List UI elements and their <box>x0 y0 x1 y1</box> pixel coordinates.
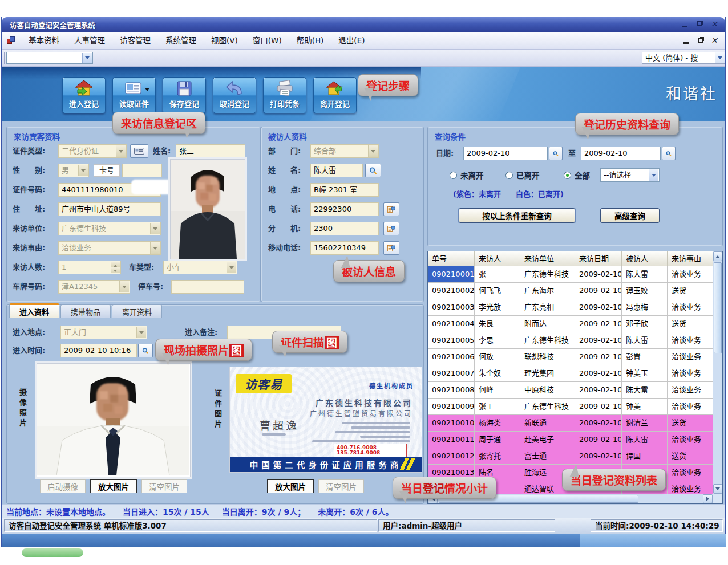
radio-left[interactable]: 已离开 <box>505 169 540 181</box>
clear-camera-photo-button[interactable]: 清空图片 <box>141 479 187 493</box>
zoom-camera-photo-button[interactable]: 放大图片 <box>90 479 137 493</box>
chevron-down-icon[interactable] <box>136 327 146 338</box>
card-reader-button[interactable] <box>130 144 148 158</box>
radio-all[interactable]: 全部 <box>564 169 590 181</box>
scroll-down-button[interactable] <box>713 484 722 494</box>
table-row-not-left[interactable]: 090210010杨海类新联通2009-02-10谢清兰送货 <box>428 415 713 432</box>
menu-visitor[interactable]: 访客管理 <box>112 32 158 49</box>
menu-basic-data[interactable]: 基本资料 <box>21 32 67 49</box>
visit-company-combo[interactable]: 广东德生科技 <box>58 222 161 235</box>
chevron-down-icon[interactable] <box>649 169 658 181</box>
close-button[interactable]: ✕ <box>710 20 719 29</box>
menu-system[interactable]: 系统管理 <box>158 32 204 49</box>
date-to-field[interactable]: 2009-02-10 <box>581 147 661 160</box>
col-header-id[interactable]: 单号 <box>428 251 475 266</box>
chevron-down-icon[interactable] <box>116 145 126 157</box>
ext-field[interactable]: 2300 <box>310 222 379 235</box>
chevron-down-icon[interactable] <box>78 165 88 176</box>
mdi-close-button[interactable]: ✕ <box>710 36 719 45</box>
parking-field[interactable] <box>171 280 244 294</box>
leave-register-button[interactable]: 离开登记 <box>313 77 357 113</box>
table-row[interactable]: 090210006何放联想科技2009-02-10彭置洽谈业务 <box>428 349 713 365</box>
tab-carried-items[interactable]: 携带物品 <box>60 304 111 318</box>
table-row-not-left[interactable]: 090210012张寄托富士通2009-02-10谭国送货 <box>428 448 713 465</box>
table-row[interactable]: 090210003李光放广东亮相2009-02-10冯惠梅洽谈业务 <box>428 299 713 316</box>
send-sms-button[interactable] <box>383 202 399 216</box>
chevron-down-icon[interactable] <box>715 52 725 63</box>
plate-combo[interactable]: 津A12345 <box>58 280 130 294</box>
col-header-company[interactable]: 来访单位 <box>520 251 575 266</box>
requery-button[interactable]: 按以上条件重新查询 <box>459 208 575 223</box>
tab-leave-info[interactable]: 离开资料 <box>112 304 162 318</box>
phone-field[interactable]: 22992300 <box>310 202 379 216</box>
chevron-down-icon[interactable] <box>150 242 160 254</box>
cert-type-combo[interactable]: 二代身份证 <box>58 144 127 158</box>
scroll-right-button[interactable] <box>703 494 713 503</box>
search-person-button[interactable] <box>365 164 381 177</box>
table-row[interactable]: 090210004朱良附而达2009-02-10邓子欣送货 <box>428 316 713 332</box>
send-sms-button[interactable] <box>383 222 399 235</box>
chevron-down-icon[interactable] <box>227 262 236 273</box>
table-row[interactable]: 090210005李思广东德生科技2009-02-10陈大雷洽谈业务 <box>428 332 713 349</box>
col-header-reason[interactable]: 来访事由 <box>668 251 713 266</box>
chevron-down-icon[interactable] <box>82 53 92 63</box>
entry-time-field[interactable]: 2009-02-10 10:16 <box>60 344 137 357</box>
date-from-picker-button[interactable] <box>549 147 563 160</box>
card-no-field[interactable] <box>122 164 162 177</box>
table-row[interactable]: 090210002何飞飞广东海尔2009-02-10谭玉姣送货 <box>428 283 713 299</box>
gender-combo[interactable]: 男 <box>58 164 89 177</box>
visit-reason-combo[interactable]: 洽谈业务 <box>58 241 161 255</box>
read-card-button[interactable]: 读取证件 <box>112 77 156 113</box>
menu-window[interactable]: 窗口(W) <box>245 32 289 49</box>
language-selector[interactable]: 中文 (简体) - 搜 <box>642 52 725 64</box>
card-no-button[interactable]: 卡号 <box>94 164 120 177</box>
radio-not-left[interactable]: 未离开 <box>450 169 484 181</box>
cancel-register-button[interactable]: 取消登记 <box>213 77 256 113</box>
table-row[interactable]: 090210008何峰中原科技2009-02-10陈大雷洽谈业务 <box>428 382 713 399</box>
tab-entry-info[interactable]: 进入资料 <box>9 303 59 318</box>
col-header-date[interactable]: 来访日期 <box>575 251 622 266</box>
address-field[interactable]: 广州市中山大道89号 <box>58 202 161 216</box>
enter-register-button[interactable]: 进入登记 <box>62 77 106 113</box>
print-slip-button[interactable]: 打印凭条 <box>263 77 306 113</box>
vertical-scroll-thumb[interactable] <box>714 262 722 353</box>
clear-id-image-button[interactable]: 清空图片 <box>318 479 364 493</box>
visitor-count-stepper[interactable]: 1 <box>58 261 121 274</box>
start-camera-button[interactable]: 启动摄像 <box>40 479 86 493</box>
visitor-name-field[interactable]: 张三 <box>176 144 245 158</box>
minimize-button[interactable] <box>681 20 690 29</box>
table-row[interactable]: 090210007朱个奴理光集团2009-02-10钟美玉洽谈业务 <box>428 365 713 382</box>
entry-place-combo[interactable]: 正大门 <box>60 326 147 339</box>
advanced-query-button[interactable]: 高级查询 <box>600 208 660 223</box>
date-from-field[interactable]: 2009-02-10 <box>463 147 548 160</box>
menu-help[interactable]: 帮助(H) <box>289 32 331 49</box>
menu-exit[interactable]: 退出(E) <box>331 32 372 49</box>
time-picker-button[interactable] <box>138 344 153 357</box>
restore-button[interactable] <box>695 20 705 29</box>
save-register-button[interactable]: 保存登记 <box>163 77 206 113</box>
mobile-field[interactable]: 15602210349 <box>310 241 379 255</box>
location-field[interactable]: B幢 2301 室 <box>310 183 379 197</box>
mdi-restore-button[interactable] <box>696 36 705 45</box>
spinner-arrows-icon[interactable] <box>111 262 120 273</box>
filter-select[interactable]: --请选择 <box>600 168 660 182</box>
table-row[interactable]: 090210009张工广东德生科技2009-02-10钟美洽谈业务 <box>428 399 713 415</box>
col-header-visited[interactable]: 被访人 <box>622 251 668 266</box>
zoom-id-image-button[interactable]: 放大图片 <box>267 479 314 493</box>
table-row[interactable]: 090210001张三广东德生科技2009-02-10陈大雷洽谈业务 <box>428 266 713 283</box>
send-sms-button[interactable] <box>383 241 399 255</box>
chevron-down-icon[interactable] <box>119 281 129 292</box>
chevron-down-icon[interactable] <box>150 223 160 234</box>
vertical-scrollbar[interactable] <box>713 251 722 494</box>
quick-search-combo[interactable] <box>6 52 93 64</box>
table-row-not-left[interactable]: 090210011周于通赴美电子2009-02-10陈大雷洽谈业务 <box>428 432 713 448</box>
menu-hr[interactable]: 人事管理 <box>67 32 112 49</box>
dept-combo[interactable]: 综合部 <box>310 144 379 158</box>
visited-name-field[interactable]: 陈大雷 <box>310 164 363 177</box>
col-header-visitor[interactable]: 来访人 <box>475 251 520 266</box>
chevron-down-icon[interactable] <box>368 145 378 157</box>
date-to-picker-button[interactable] <box>662 147 676 160</box>
title-bar[interactable]: 访客自动登记安全管理系统 ✕ <box>2 17 725 32</box>
menu-view[interactable]: 视图(V) <box>204 32 245 49</box>
mdi-minimize-button[interactable] <box>682 36 691 45</box>
